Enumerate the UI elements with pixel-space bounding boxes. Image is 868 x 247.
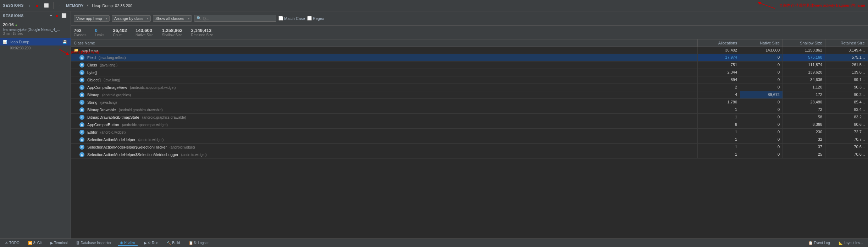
class-package: (java.lang.) — [100, 63, 117, 67]
td-allocations: 1 — [698, 106, 740, 113]
td-shallow-size: 6,368 — [783, 121, 825, 128]
classes-select[interactable]: Show all classes — [153, 15, 192, 22]
class-icon: C — [79, 130, 84, 135]
match-case-checkbox[interactable] — [278, 16, 283, 21]
session-name: learneassyjoke (Google Nexus_4_... — [3, 28, 68, 32]
table-row[interactable]: CEditor (android.widget)1023072,7... — [71, 129, 868, 136]
table-row[interactable]: CBitmapDrawable$BitmapState (android.gra… — [71, 114, 868, 121]
stop-button[interactable]: ■ — [35, 3, 40, 9]
th-classname: Class Name — [71, 39, 698, 47]
class-name: BitmapDrawable — [87, 108, 116, 112]
class-package: (java.lang.reflect) — [99, 56, 126, 60]
class-icon: C — [79, 85, 84, 90]
git-icon: 🔀 — [28, 241, 32, 245]
bottom-tab-profiler[interactable]: ◉ Profiler — [118, 240, 138, 246]
table-row[interactable]: CAppCompatButton (androidx.appcompat.wid… — [71, 121, 868, 129]
bottom-tab-terminal[interactable]: ▶ Terminal — [48, 240, 70, 246]
td-classname: CSelectionActionModeHelper$SelectionTrac… — [71, 144, 698, 151]
save-button[interactable]: ⬜ — [43, 2, 50, 9]
layoutins-icon: 📐 — [839, 241, 843, 245]
top-bar: SESSIONS + ■ ⬜ ← MEMORY ▼ Heap Dump: 02:… — [0, 0, 868, 11]
sidebar-stop-button[interactable]: ■ — [55, 13, 59, 18]
match-case-label[interactable]: Match Case — [278, 16, 305, 21]
td-classname: CSelectionActionModeHelper (android.widg… — [71, 136, 698, 143]
td-shallow-size: 1,258,862 — [783, 47, 825, 54]
td-native-size: 0 — [740, 84, 783, 91]
annotation-text: 查询内存泄漏的具体view activity fragment的name — [779, 3, 865, 8]
td-native-size: 0 — [740, 144, 783, 151]
leaks-label: Leaks — [95, 33, 105, 37]
table-row[interactable]: CSelectionActionModeHelper$SelectionTrac… — [71, 144, 868, 151]
shallow-size-label: Shallow Size — [162, 33, 182, 37]
regex-checkbox[interactable] — [307, 16, 312, 21]
table-row[interactable]: CSelectionActionModeHelper$SelectionMetr… — [71, 151, 868, 159]
regex-label[interactable]: Regex — [307, 16, 324, 21]
arrange-select[interactable]: Arrange by class — [112, 15, 151, 22]
td-allocations: 8 — [698, 121, 740, 128]
table-row[interactable]: CField (java.lang.reflect)17,9740575,168… — [71, 54, 868, 61]
bottom-tab-todo[interactable]: ⚠ TODO — [3, 240, 22, 246]
heap-dump-label: 📊 Heap Dump — [3, 40, 29, 44]
table-row[interactable]: CAppCompatImageView (androidx.appcompat.… — [71, 84, 868, 91]
class-name: AppCompatImageView — [87, 85, 127, 90]
leaks-value: 0 — [95, 28, 98, 33]
table-row[interactable]: Cbyte[]2,3440139,620139,6... — [71, 69, 868, 76]
content-area: View app heap Arrange by class Show all … — [71, 11, 868, 238]
sidebar-header: SESSIONS + ■ ⬜ — [0, 11, 71, 20]
sidebar: SESSIONS + ■ ⬜ 20:16 ● learneassyjoke (G… — [0, 11, 71, 238]
bottom-tab-run[interactable]: ▶ 4: Run — [142, 240, 160, 246]
td-native-size: 0 — [740, 61, 783, 69]
td-classname: CBitmapDrawable$BitmapState (android.gra… — [71, 114, 698, 121]
class-icon: C — [79, 70, 84, 75]
table-row[interactable]: CClass (java.lang.)7510111,874261,5... — [71, 61, 868, 69]
bottom-tab-eventlog[interactable]: 📋 Event Log — [806, 240, 832, 246]
class-package: (java.lang) — [100, 101, 117, 104]
td-retained-size: 139,6... — [825, 69, 868, 76]
sidebar-actions: + ■ ⬜ — [49, 13, 68, 18]
stats-bar: 762 Classes 0 Leaks 36,402 Count 143,600… — [71, 26, 868, 39]
td-shallow-size: 139,620 — [783, 69, 825, 76]
bottom-tab-layoutins[interactable]: 📐 Layout Ins... — [836, 240, 865, 246]
table-row[interactable]: CString (java.lang)1,780028,48085,4... — [71, 99, 868, 106]
search-icon: 🔍 — [197, 16, 201, 21]
bottom-tab-db[interactable]: 🗄 Database Inspector — [74, 240, 114, 246]
th-shallow-size: Shallow Size — [783, 39, 825, 47]
class-icon: C — [79, 137, 84, 142]
add-session-button[interactable]: + — [27, 3, 32, 9]
class-icon: C — [79, 107, 84, 112]
heap-select-wrapper: View app heap — [74, 15, 110, 22]
th-retained-size: Retained Size — [825, 39, 868, 47]
sidebar-add-button[interactable]: + — [49, 13, 53, 18]
table-row[interactable]: CSelectionActionModeHelper (android.widg… — [71, 136, 868, 144]
session-item[interactable]: 20:16 ● learneassyjoke (Google Nexus_4_.… — [0, 20, 71, 38]
class-icon: C — [79, 77, 84, 82]
bottom-tab-logcat[interactable]: 📋 6: Logcat — [187, 240, 211, 246]
table-row[interactable]: CBitmap (android.graphics)489,67217290,2… — [71, 91, 868, 99]
terminal-icon: ▶ — [50, 241, 53, 245]
table-row[interactable]: CObject[] (java.lang)894034,63699,1... — [71, 76, 868, 84]
native-size-value: 143,600 — [136, 28, 152, 33]
td-classname: CAppCompatButton (androidx.appcompat.wid… — [71, 121, 698, 128]
bottom-tab-build[interactable]: 🔨 Build — [165, 240, 182, 246]
sidebar-save-button[interactable]: ⬜ — [60, 13, 68, 18]
class-package: (java.lang) — [104, 78, 120, 82]
class-icon: C — [79, 115, 84, 120]
session-duration: 3 min 18 sec — [3, 32, 68, 36]
bottom-tab-git[interactable]: 🔀 8: Git — [26, 240, 44, 246]
td-shallow-size: 25 — [783, 151, 825, 158]
heap-dump-item[interactable]: 📊 Heap Dump 💾 — [0, 38, 71, 45]
heap-select[interactable]: View app heap — [74, 15, 110, 22]
td-allocations: 4 — [698, 91, 740, 98]
td-classname: CSelectionActionModeHelper$SelectionMetr… — [71, 151, 698, 158]
profiler-icon: ◉ — [120, 241, 123, 245]
back-button[interactable]: ← — [56, 3, 63, 9]
class-name: SelectionActionModeHelper$SelectionMetri… — [87, 152, 178, 157]
td-retained-size: 70,7... — [825, 136, 868, 143]
search-input[interactable] — [203, 16, 274, 21]
heap-dump-save-icon[interactable]: 💾 — [61, 39, 68, 44]
table-row[interactable]: 📁app heap36,402143,6001,258,8623,149,4..… — [71, 47, 868, 54]
td-native-size: 0 — [740, 121, 783, 128]
table-row[interactable]: CBitmapDrawable (android.graphics.drawab… — [71, 106, 868, 114]
td-native-size: 0 — [740, 106, 783, 113]
class-icon: C — [79, 92, 84, 97]
